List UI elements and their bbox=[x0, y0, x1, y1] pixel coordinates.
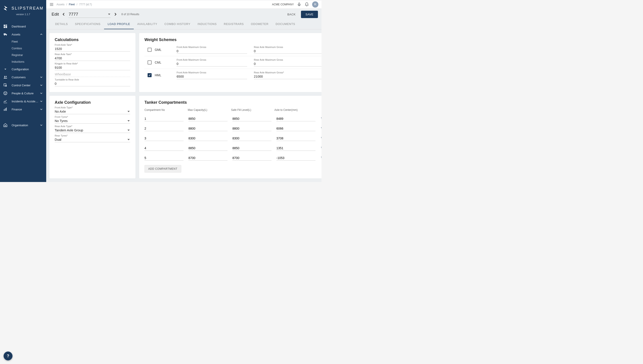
sidebar-subitem-fleet[interactable]: Fleet bbox=[0, 38, 46, 45]
sidebar-item-finance[interactable]: Finance bbox=[0, 105, 46, 113]
tab-availability[interactable]: AVAILABILITY bbox=[134, 20, 161, 29]
comp-no-input[interactable] bbox=[144, 146, 184, 151]
sidebar-item-dashboard[interactable]: Dashboard bbox=[0, 22, 46, 30]
calculations-card: Calculations Front Axle Tare*Rear Axle T… bbox=[49, 33, 136, 92]
comp-no-input[interactable] bbox=[144, 116, 184, 121]
svg-rect-2 bbox=[6, 26, 7, 28]
sidebar-item-assets[interactable]: Assets bbox=[0, 30, 46, 38]
sidebar-item-incidents-accide-[interactable]: Incidents & Accide… bbox=[0, 97, 46, 105]
tab-details[interactable]: DETAILS bbox=[52, 20, 72, 29]
sidebar-item-organisation[interactable]: Organisation bbox=[0, 121, 46, 129]
rear-gross-input[interactable] bbox=[254, 61, 322, 66]
calculations-title: Calculations bbox=[55, 38, 130, 42]
chevron-up-icon bbox=[40, 32, 43, 36]
comp-max-input[interactable] bbox=[188, 146, 227, 151]
comp-no-input[interactable] bbox=[144, 155, 184, 160]
front-gross-input[interactable] bbox=[177, 61, 247, 66]
axle-select[interactable]: Tandem Axle Group bbox=[55, 128, 130, 133]
comp-max-input[interactable] bbox=[188, 155, 227, 160]
trash-icon[interactable] bbox=[320, 126, 322, 130]
sidebar-subitem-inductions[interactable]: Inductions bbox=[0, 58, 46, 65]
calc-input[interactable] bbox=[55, 56, 130, 61]
axle-config-card: Axle Configuration Front Axle Type*No Ax… bbox=[49, 96, 136, 178]
trash-icon[interactable] bbox=[320, 156, 322, 160]
comp-axle-input[interactable] bbox=[276, 136, 315, 141]
wheelbase-input[interactable] bbox=[55, 72, 130, 77]
axle-select[interactable]: No Axle bbox=[55, 109, 130, 114]
sidebar-item-people-culture[interactable]: People & Culture bbox=[0, 89, 46, 97]
calc-input[interactable] bbox=[55, 46, 130, 52]
dashboard-icon bbox=[3, 24, 8, 28]
comp-axle-input[interactable] bbox=[276, 146, 315, 151]
avatar[interactable]: R bbox=[312, 1, 318, 8]
comp-axle-input[interactable] bbox=[276, 155, 315, 160]
sidebar-item-customers[interactable]: Customers bbox=[0, 73, 46, 81]
caret-icon bbox=[3, 67, 8, 71]
sidebar-item-control-center[interactable]: Control Center bbox=[0, 81, 46, 89]
back-button[interactable]: BACK bbox=[284, 11, 299, 18]
comp-safe-input[interactable] bbox=[232, 155, 271, 160]
comp-safe-input[interactable] bbox=[232, 146, 271, 151]
comp-axle-input[interactable] bbox=[276, 126, 315, 131]
tab-inductions[interactable]: INDUCTIONS bbox=[194, 20, 220, 29]
breadcrumb-section[interactable]: Fleet bbox=[69, 3, 75, 6]
prev-arrow-icon[interactable] bbox=[61, 12, 66, 17]
compartments-card: Tanker Compartments Compartment No Max C… bbox=[139, 96, 322, 178]
scheme-checkbox[interactable] bbox=[148, 73, 152, 77]
svg-rect-17 bbox=[299, 3, 300, 5]
truck-icon bbox=[3, 32, 8, 36]
comp-safe-input[interactable] bbox=[232, 116, 271, 121]
svg-rect-11 bbox=[4, 109, 5, 111]
tab-load-profile[interactable]: LOAD PROFILE bbox=[104, 20, 134, 29]
scheme-row-hml: HMLFront Axle Maximum GrossRear Axle Max… bbox=[144, 69, 322, 82]
export-icon bbox=[3, 83, 8, 88]
chevron-down-icon bbox=[40, 100, 43, 103]
rear-gross-input[interactable] bbox=[254, 48, 322, 54]
sidebar-subitem-registrar[interactable]: Registrar bbox=[0, 52, 46, 58]
sidebar-subitem-combos[interactable]: Combos bbox=[0, 45, 46, 52]
comp-max-input[interactable] bbox=[188, 136, 227, 141]
asset-select[interactable] bbox=[68, 11, 111, 18]
scheme-checkbox[interactable] bbox=[148, 60, 152, 64]
bell-icon[interactable] bbox=[304, 2, 309, 7]
scheme-checkbox[interactable] bbox=[148, 48, 152, 52]
editbar: Edit 8 of 10 Results BACK SAVE bbox=[46, 9, 322, 20]
turntable-input[interactable] bbox=[55, 81, 130, 86]
people-icon bbox=[3, 75, 8, 80]
tab-documents[interactable]: DOCUMENTS bbox=[272, 20, 299, 29]
breadcrumb-root[interactable]: Assets bbox=[57, 3, 65, 6]
front-gross-input[interactable] bbox=[177, 74, 247, 79]
add-compartment-button[interactable]: ADD COMPARTMENT bbox=[144, 165, 181, 173]
comp-safe-input[interactable] bbox=[232, 136, 271, 141]
trash-icon[interactable] bbox=[320, 117, 322, 121]
axle-select[interactable]: No Tyres bbox=[55, 118, 130, 124]
comp-max-input[interactable] bbox=[188, 116, 227, 121]
front-gross-input[interactable] bbox=[177, 48, 247, 54]
trash-icon[interactable] bbox=[320, 146, 322, 150]
mic-icon[interactable] bbox=[297, 2, 301, 7]
trash-icon[interactable] bbox=[320, 136, 322, 140]
comp-max-input[interactable] bbox=[188, 126, 227, 131]
company-name: ACME COMPANY bbox=[272, 3, 294, 6]
chevron-down-icon bbox=[40, 108, 43, 111]
axle-config-title: Axle Configuration bbox=[55, 100, 130, 105]
comp-no-input[interactable] bbox=[144, 126, 184, 131]
tab-combo-history[interactable]: COMBO HISTORY bbox=[161, 20, 194, 29]
tab-odometer[interactable]: ODOMETER bbox=[247, 20, 272, 29]
comp-safe-input[interactable] bbox=[232, 126, 271, 131]
main: Assets / Fleet / 7777 (id:7) ACME COMPAN… bbox=[46, 0, 322, 182]
comp-no-input[interactable] bbox=[144, 136, 184, 141]
tab-registrars[interactable]: REGISTRARS bbox=[220, 20, 247, 29]
next-arrow-icon[interactable] bbox=[113, 12, 118, 17]
topbar: Assets / Fleet / 7777 (id:7) ACME COMPAN… bbox=[46, 0, 322, 9]
chevron-down-icon bbox=[40, 92, 43, 95]
calc-input[interactable] bbox=[55, 65, 130, 70]
sidebar-item-configuration[interactable]: Configuration bbox=[0, 65, 46, 73]
rear-gross-input[interactable] bbox=[254, 74, 322, 79]
chevron-down-icon bbox=[40, 84, 43, 87]
axle-select[interactable]: Dual bbox=[55, 137, 130, 142]
save-button[interactable]: SAVE bbox=[301, 11, 318, 18]
menu-icon[interactable] bbox=[49, 2, 54, 7]
tab-specifications[interactable]: SPECIFICATIONS bbox=[72, 20, 104, 29]
comp-axle-input[interactable] bbox=[276, 116, 315, 121]
